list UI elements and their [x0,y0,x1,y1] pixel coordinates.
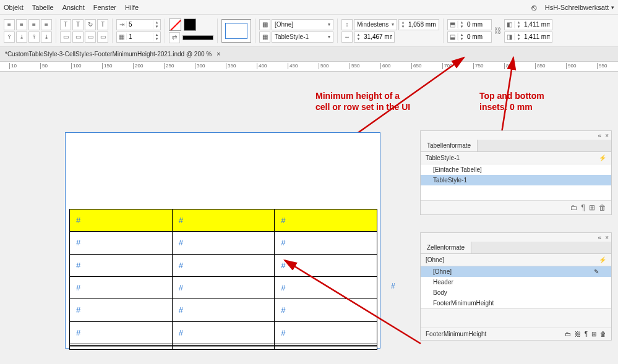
table-cell[interactable]: # [172,276,275,298]
applied-cell-style: FooterMinimumHeight [426,331,486,337]
cell-style-item[interactable]: FooterMinimumHeight [421,298,611,308]
menu-hilfe[interactable]: Hilfe [125,4,139,11]
table-style-item[interactable]: TableStyle-1 [421,175,611,185]
inset-top-input[interactable]: ⬒▲▼ [447,19,492,30]
valign-top-icon[interactable]: ⫯ [4,32,15,43]
panel-tab-zellenformate[interactable]: Zellenformate [421,242,471,253]
table-cell[interactable]: # [172,299,275,321]
text-dir-icon[interactable]: T [97,19,108,30]
table-style-dropdown[interactable]: TableStyle-1▾ [272,32,333,43]
tablestyle-icon: ▦ [259,32,270,43]
stroke-swatch-icon[interactable] [184,19,196,31]
overflow-icon: # [391,282,395,290]
table-cell[interactable]: # [172,210,275,232]
table-cell[interactable]: # [275,299,377,321]
col-width-input[interactable]: ▲▼ [354,32,395,43]
align-right-icon[interactable]: ≡ [28,19,40,30]
table-footer-cell[interactable] [70,344,173,349]
menu-tabelle[interactable]: Tabelle [32,4,54,11]
align-justify-icon[interactable]: ≡ [41,19,52,30]
active-table-style: TableStyle-1 [426,154,460,161]
row-height-input[interactable]: ▲▼ [398,19,439,30]
cellstyle-icon: ▦ [259,19,270,30]
share-icon[interactable]: ⎋ [531,2,536,12]
inset-left-input[interactable]: ◧▲▼ [504,19,552,30]
align-opt1-icon[interactable]: ▭ [60,32,71,43]
menu-bar: Objekt Tabelle Ansicht Fenster Hilfe ⎋ H… [0,0,618,15]
menu-objekt[interactable]: Objekt [4,4,24,11]
bolt-icon[interactable]: ⚡ [599,256,606,263]
cell-style-item[interactable]: Header [421,277,611,287]
align-opt4-icon[interactable]: ▭ [97,32,108,43]
document-tab[interactable]: *CustomTableStyle-3-CellStyles-FooterMin… [0,47,618,62]
clear-override-icon[interactable]: ¶ [582,203,585,212]
sample-table[interactable]: ### ### ### ### ### ### [69,209,377,350]
indent-left-input[interactable]: ⇥▲▼ [116,19,161,30]
table-cell[interactable]: # [70,321,173,344]
bolt-icon[interactable]: ⚡ [599,154,606,161]
trash-icon[interactable]: 🗑 [599,203,606,212]
workspace-switcher[interactable]: HsH-Schreibwerksatt▾ [545,4,614,11]
table-style-item[interactable]: [Einfache Tabelle] [421,164,611,175]
table-cell[interactable]: # [70,299,173,321]
panel-collapse-icon[interactable]: « [598,132,602,139]
table-cell[interactable]: # [275,254,377,276]
height-mode-dropdown[interactable]: Mindestens▾ [354,19,397,30]
table-styles-panel: «× Tabellenformate TableStyle-1⚡ [Einfac… [420,130,612,215]
panel-close-icon[interactable]: × [605,132,609,139]
fill-swatch-icon[interactable] [169,19,181,31]
text-dir-horiz-icon[interactable]: T [60,19,71,30]
menu-fenster[interactable]: Fenster [93,4,116,11]
table-cell[interactable]: # [172,232,275,254]
table-cell[interactable]: # [275,276,377,298]
cell-style-item[interactable]: [Ohne]✎ [421,266,611,277]
edit-icon[interactable]: ✎ [594,268,599,275]
valign-middle-icon[interactable]: ⫰ [16,32,27,43]
active-cell-style: [Ohne] [426,256,444,263]
trash-icon[interactable]: 🗑 [600,331,606,337]
menu-ansicht[interactable]: Ansicht [62,4,85,11]
clear-override-icon[interactable]: ¶ [585,331,588,337]
align-opt2-icon[interactable]: ▭ [72,32,84,43]
table-cell[interactable]: # [275,210,377,232]
text-rot-icon[interactable]: ↻ [85,19,96,30]
horizontal-ruler: 1050100150200250300350400450500550600650… [0,62,618,72]
panel-collapse-icon[interactable]: « [598,234,602,241]
cell-style-dropdown[interactable]: [Ohne]▾ [272,19,333,30]
stroke-preview [182,35,213,40]
table-cell[interactable]: # [70,254,173,276]
rows-input[interactable]: ▦▲▼ [116,32,161,43]
row-height-icon: ↕ [341,19,353,30]
close-tab-icon[interactable]: × [217,51,220,57]
cell-preview[interactable] [221,19,251,43]
align-opt3-icon[interactable]: ▭ [85,32,96,43]
table-cell[interactable]: # [172,321,275,344]
valign-bottom-icon[interactable]: ⫯ [28,32,40,43]
folder-icon[interactable]: 🗀 [570,203,578,212]
table-cell[interactable]: # [70,232,173,254]
link-icon[interactable]: ⛓ [575,331,581,337]
table-cell[interactable]: # [70,276,173,298]
panel-tab-tabellenformate[interactable]: Tabellenformate [421,140,478,151]
table-cell[interactable]: # [275,321,377,344]
new-style-icon[interactable]: ⊞ [591,331,596,337]
panel-close-icon[interactable]: × [605,234,609,241]
inset-bottom-input[interactable]: ⬓▲▼ [447,32,492,43]
align-center-icon[interactable]: ≡ [16,19,27,30]
valign-justify-icon[interactable]: ⫰ [41,32,52,43]
align-left-icon[interactable]: ≡ [4,19,15,30]
annotation-text-1: Minimum height of a cell or row set in t… [315,90,410,112]
inset-right-input[interactable]: ◨▲▼ [504,32,552,43]
new-style-icon[interactable]: ⊞ [589,203,595,212]
swap-colors-icon[interactable]: ⇄ [169,32,180,43]
table-footer-cell[interactable] [172,344,275,349]
cell-style-item[interactable]: Body [421,287,611,298]
link-insets-icon[interactable]: ⛓ [494,22,502,40]
annotation-text-2: Top and bottom insets: 0 mm [479,90,544,112]
table-cell[interactable]: # [172,254,275,276]
text-dir-vert-icon[interactable]: T [72,19,84,30]
table-footer-cell[interactable] [275,344,377,349]
table-cell[interactable]: # [70,210,173,232]
folder-icon[interactable]: 🗀 [565,331,571,337]
table-cell[interactable]: # [275,232,377,254]
